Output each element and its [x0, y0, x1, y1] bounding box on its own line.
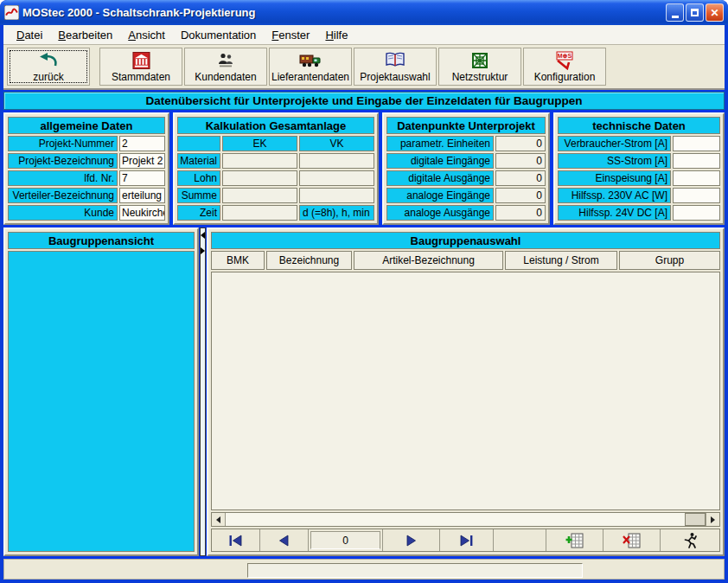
splitter-handle[interactable]: [200, 227, 206, 556]
digitale-eingaenge-field[interactable]: 0: [495, 153, 546, 169]
field-label: lfd. Nr.: [8, 170, 118, 186]
panel-title: Kalkulation Gesamtanlage: [177, 117, 374, 134]
summe-ek-field[interactable]: [222, 188, 297, 203]
scroll-left-button[interactable]: [212, 513, 226, 526]
grid-header: BMK Bezeichnung Artikel-Bezeichnung Leis…: [211, 251, 720, 270]
panel-allgemeine-daten: allgemeine Daten Projekt-Nummer 2 Projek…: [3, 112, 169, 225]
minimize-button[interactable]: [666, 3, 684, 22]
field-label: Hilfssp. 24V DC [A]: [558, 205, 671, 221]
netzstruktur-button-label: Netzstruktur: [452, 71, 508, 83]
header-row: EK VK: [177, 136, 374, 151]
einspeisung-field[interactable]: [673, 170, 720, 186]
lfd-nr-field[interactable]: 7: [119, 170, 165, 186]
kunde-field[interactable]: Neukirchen: [119, 205, 165, 221]
svg-text:M⊕S: M⊕S: [558, 53, 572, 59]
previous-record-icon: [278, 535, 291, 547]
summe-vk-field[interactable]: [299, 188, 374, 203]
field-label: digitale Eingänge: [386, 153, 494, 169]
column-header-artikel-bezeichnung[interactable]: Artikel-Bezeichnung: [354, 251, 503, 270]
panel-title: Baugruppenansicht: [8, 232, 195, 249]
column-header-leistung-strom[interactable]: Leistung / Strom: [505, 251, 617, 270]
lohn-ek-field[interactable]: [222, 170, 297, 186]
maximize-button[interactable]: [686, 3, 704, 22]
panel-baugruppenauswahl: Baugruppenauswahl BMK Bezeichnung Artike…: [207, 227, 725, 556]
data-row: Summe: [177, 188, 374, 203]
konfiguration-button-label: Konfiguration: [534, 71, 596, 83]
menu-bearbeiten[interactable]: Bearbeiten: [50, 27, 120, 43]
analoge-eingaenge-field[interactable]: 0: [495, 188, 546, 203]
last-record-button[interactable]: [440, 529, 494, 551]
data-row: digitale Ausgänge 0: [386, 170, 546, 186]
projekt-nummer-field[interactable]: 2: [119, 136, 165, 151]
kundendaten-button-label: Kundendaten: [195, 71, 256, 83]
field-label: Lohn: [177, 170, 220, 186]
lieferantendaten-button-label: Lieferantendaten: [271, 71, 349, 83]
lohn-vk-field[interactable]: [299, 170, 374, 186]
hilfssp-230v-field[interactable]: [673, 188, 720, 203]
data-row: Projekt-Bezeichnung Projekt 2: [8, 153, 165, 169]
menu-fenster[interactable]: Fenster: [264, 27, 317, 43]
projektauswahl-button-label: Projektauswahl: [360, 71, 430, 83]
scrollbar-track[interactable]: [226, 513, 685, 526]
scroll-right-button[interactable]: [706, 513, 719, 526]
projekt-bezeichnung-field[interactable]: Projekt 2: [119, 153, 165, 169]
hilfssp-24v-field[interactable]: [673, 205, 720, 221]
zeit-ek-field[interactable]: [222, 205, 297, 221]
field-label: Projekt-Nummer: [8, 136, 118, 151]
truck-icon: [299, 51, 322, 70]
navigator-spacer: [494, 529, 546, 551]
scroll-left-icon: [216, 516, 220, 523]
page-title: Datenübersicht für Unterprojekte und Ein…: [3, 92, 725, 110]
menu-hilfe[interactable]: Hilfe: [317, 27, 355, 43]
material-ek-field[interactable]: [222, 153, 297, 169]
first-record-button[interactable]: [212, 529, 260, 551]
close-button[interactable]: ✕: [706, 3, 724, 22]
field-label: Zeit: [177, 205, 220, 221]
data-row: lfd. Nr. 7: [8, 170, 165, 186]
menu-datei[interactable]: Datei: [9, 27, 50, 43]
lieferantendaten-button[interactable]: Lieferantendaten: [269, 48, 352, 86]
ss-strom-field[interactable]: [673, 153, 720, 169]
next-record-button[interactable]: [383, 529, 440, 551]
stammdaten-button[interactable]: Stammdaten: [99, 48, 182, 86]
panel-splitter[interactable]: [199, 227, 207, 556]
field-label: digitale Ausgänge: [386, 170, 494, 186]
zeit-unit-cell: d (=8h), h, min: [299, 205, 374, 221]
add-record-icon: [565, 532, 584, 549]
digitale-ausgaenge-field[interactable]: 0: [495, 170, 546, 186]
menu-dokumentation[interactable]: Dokumentation: [173, 27, 264, 43]
previous-record-button[interactable]: [260, 529, 309, 551]
baugruppenansicht-view[interactable]: [8, 251, 195, 552]
data-row: analoge Ausgänge 0: [386, 205, 546, 221]
column-header-gruppe[interactable]: Grupp: [619, 251, 720, 270]
back-button[interactable]: zurück: [7, 48, 90, 86]
netzstruktur-button[interactable]: Netzstruktur: [438, 48, 521, 86]
customers-icon: [215, 51, 236, 70]
panel-technische-daten: technische Daten Verbraucher-Strom [A] S…: [553, 112, 725, 225]
field-label: analoge Ausgänge: [386, 205, 494, 221]
add-record-button[interactable]: [546, 529, 603, 551]
next-record-icon: [405, 535, 418, 547]
parametr-einheiten-field[interactable]: 0: [495, 136, 546, 151]
verbraucher-strom-field[interactable]: [673, 136, 720, 151]
data-row: Einspeisung [A]: [558, 170, 720, 186]
stammdaten-button-label: Stammdaten: [112, 71, 170, 83]
menu-bar: Datei Bearbeiten Ansicht Dokumentation F…: [3, 25, 725, 45]
close-icon: ✕: [710, 7, 718, 19]
column-header-bmk[interactable]: BMK: [211, 251, 265, 270]
verteiler-bezeichnung-field[interactable]: erteilung 7: [119, 188, 165, 203]
panel-baugruppenansicht: Baugruppenansicht: [3, 227, 199, 556]
material-vk-field[interactable]: [299, 153, 374, 169]
exit-button[interactable]: [661, 529, 719, 551]
panel-title: allgemeine Daten: [8, 117, 165, 134]
grid-horizontal-scrollbar[interactable]: [211, 512, 720, 527]
analoge-ausgaenge-field[interactable]: 0: [495, 205, 546, 221]
column-header-bezeichnung[interactable]: Bezeichnung: [266, 251, 352, 270]
kundendaten-button[interactable]: Kundendaten: [184, 48, 267, 86]
konfiguration-button[interactable]: M⊕S Konfiguration: [523, 48, 606, 86]
delete-record-button[interactable]: [603, 529, 661, 551]
projektauswahl-button[interactable]: Projektauswahl: [354, 48, 437, 86]
baugruppen-grid-body[interactable]: [211, 272, 720, 510]
scrollbar-thumb[interactable]: [685, 513, 706, 526]
menu-ansicht[interactable]: Ansicht: [120, 27, 173, 43]
